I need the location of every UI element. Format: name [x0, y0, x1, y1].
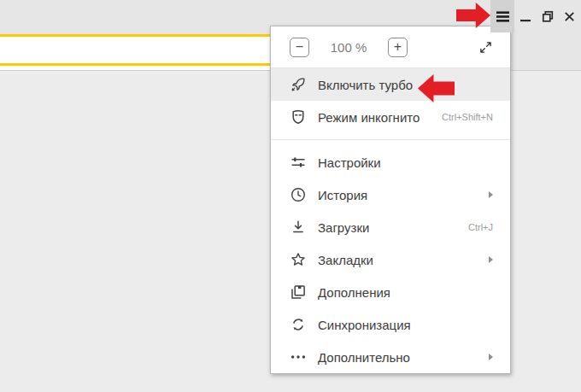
- minimize-button[interactable]: [514, 0, 537, 32]
- zoom-in-button[interactable]: +: [388, 38, 408, 57]
- menu-item-label: Настройки: [318, 155, 493, 170]
- menu-divider: [271, 139, 510, 140]
- browser-menu-button[interactable]: [490, 0, 514, 32]
- mask-icon: [290, 108, 307, 126]
- menu-item-label: Включить турбо: [318, 78, 493, 92]
- menu-item-label: Дополнения: [318, 285, 493, 300]
- menu-item-history[interactable]: История: [271, 178, 510, 211]
- menu-items: Включить турбо Режим инкогнито Ctrl+Shif…: [271, 68, 510, 373]
- download-icon: [290, 219, 307, 236]
- sync-icon: [290, 316, 307, 333]
- menu-item-label: Загрузки: [318, 220, 468, 235]
- menu-item-bookmarks[interactable]: Закладки: [271, 243, 510, 276]
- zoom-level-value: 100 %: [309, 40, 388, 55]
- close-icon: [564, 11, 575, 22]
- submenu-chevron-icon: [489, 191, 493, 198]
- zoom-controls-row: − 100 % +: [271, 26, 510, 68]
- zoom-out-button[interactable]: −: [290, 38, 309, 57]
- more-dots-icon: [290, 348, 307, 366]
- browser-menu-panel: − 100 % + Включить турбо Режим инкогнито…: [270, 26, 511, 374]
- submenu-chevron-icon: [489, 354, 493, 360]
- menu-item-more[interactable]: Дополнительно: [271, 341, 510, 373]
- shortcut-label: Ctrl+Shift+N: [442, 112, 493, 122]
- menu-item-extensions[interactable]: Дополнения: [271, 276, 510, 308]
- sliders-icon: [290, 154, 307, 171]
- menu-item-label: Закладки: [318, 253, 489, 267]
- titlebar-controls: [490, 0, 581, 32]
- address-bar-band-lower: [0, 66, 271, 70]
- address-bar-band: [0, 34, 271, 66]
- fullscreen-button[interactable]: [478, 40, 493, 55]
- menu-item-incognito[interactable]: Режим инкогнито Ctrl+Shift+N: [271, 101, 510, 133]
- menu-item-turbo[interactable]: Включить турбо: [271, 68, 510, 101]
- submenu-chevron-icon: [489, 256, 493, 263]
- menu-item-label: Дополнительно: [318, 350, 489, 365]
- rocket-icon: [290, 76, 307, 93]
- close-button[interactable]: [559, 0, 579, 32]
- restore-icon: [541, 9, 555, 23]
- hamburger-icon: [496, 11, 509, 22]
- menu-item-label: Синхронизация: [318, 318, 493, 332]
- menu-item-label: История: [318, 188, 489, 202]
- restore-button[interactable]: [537, 0, 559, 32]
- extensions-icon: [290, 284, 307, 301]
- minimize-icon: [520, 9, 531, 23]
- menu-item-downloads[interactable]: Загрузки Ctrl+J: [271, 211, 510, 243]
- clock-icon: [290, 186, 307, 203]
- star-icon: [290, 251, 307, 268]
- expand-arrows-icon: [478, 40, 493, 55]
- menu-item-settings[interactable]: Настройки: [271, 146, 510, 178]
- menu-item-label: Режим инкогнито: [318, 110, 442, 125]
- shortcut-label: Ctrl+J: [468, 222, 493, 232]
- browser-window: − 100 % + Включить турбо Режим инкогнито…: [0, 0, 581, 392]
- menu-item-sync[interactable]: Синхронизация: [271, 308, 510, 341]
